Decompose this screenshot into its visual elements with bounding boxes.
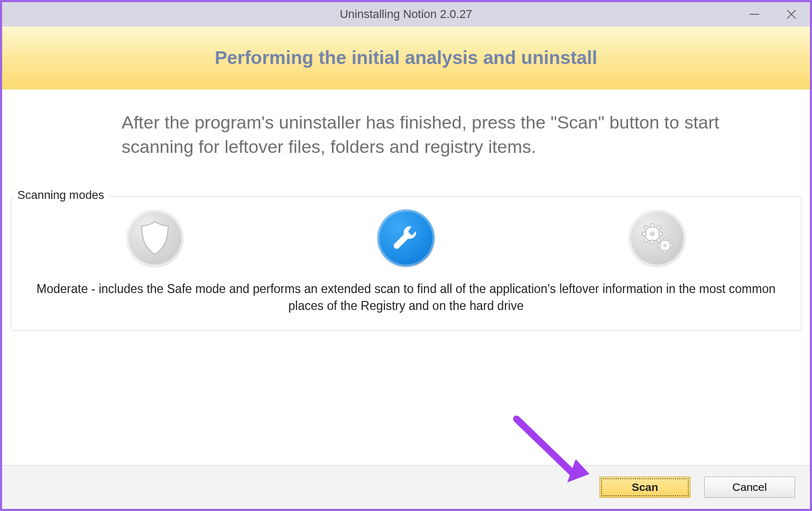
svg-rect-16	[664, 250, 666, 253]
scan-button-label: Scan	[632, 481, 658, 494]
mode-safe[interactable]	[126, 209, 183, 267]
minimize-icon	[748, 7, 761, 21]
titlebar: Uninstalling Notion 2.0.27	[2, 2, 810, 26]
shield-icon	[140, 221, 170, 256]
step-heading: Performing the initial analysis and unin…	[215, 47, 597, 68]
svg-rect-5	[651, 224, 654, 227]
window-title: Uninstalling Notion 2.0.27	[2, 7, 810, 21]
step-banner: Performing the initial analysis and unin…	[2, 26, 810, 89]
wrench-icon	[390, 222, 422, 254]
cancel-button-label: Cancel	[732, 481, 767, 494]
close-icon	[785, 7, 798, 21]
minimize-button[interactable]	[736, 2, 773, 26]
scanning-modes-group: Scanning modes	[11, 196, 801, 331]
mode-advanced[interactable]	[629, 209, 686, 267]
footer-bar: Scan Cancel	[2, 465, 810, 509]
window-controls	[736, 2, 810, 26]
instruction-text: After the program's uninstaller has fini…	[122, 111, 738, 159]
svg-rect-8	[659, 232, 662, 235]
svg-rect-17	[658, 244, 660, 247]
mode-icon-row	[29, 209, 783, 267]
mode-moderate[interactable]	[377, 209, 435, 267]
cancel-button[interactable]: Cancel	[704, 477, 795, 498]
scanning-modes-legend: Scanning modes	[13, 188, 108, 202]
close-button[interactable]	[773, 2, 810, 26]
svg-rect-15	[664, 238, 666, 241]
svg-point-14	[663, 243, 667, 247]
uninstaller-window: Uninstalling Notion 2.0.27 Performing th…	[0, 0, 812, 511]
mode-description: Moderate - includes the Safe mode and pe…	[29, 280, 783, 314]
svg-rect-7	[642, 232, 646, 235]
main-content: After the program's uninstaller has fini…	[2, 89, 810, 465]
gears-icon	[639, 221, 676, 255]
scan-button[interactable]: Scan	[599, 477, 690, 498]
svg-rect-18	[670, 244, 672, 247]
svg-point-4	[650, 231, 655, 236]
svg-rect-6	[651, 240, 654, 244]
